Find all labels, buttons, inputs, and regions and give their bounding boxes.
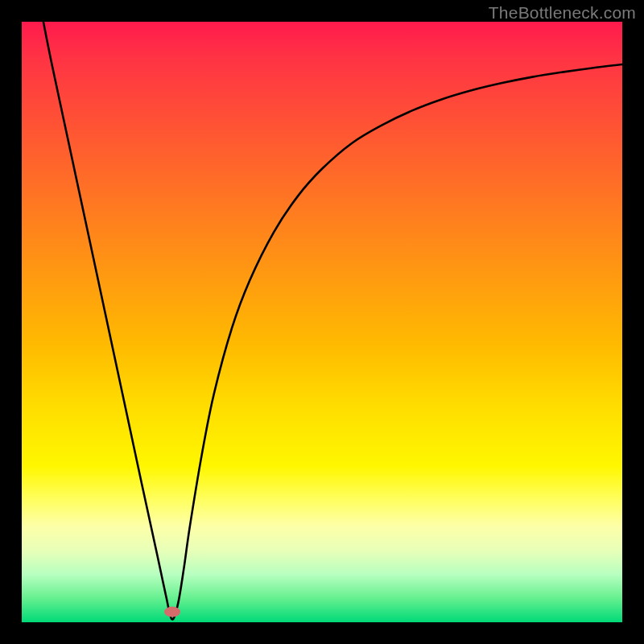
watermark-label: TheBottleneck.com: [489, 3, 636, 23]
bottleneck-curve: [22, 22, 622, 622]
optimal-point-marker: [164, 607, 180, 617]
chart-plot-area: [22, 22, 622, 622]
